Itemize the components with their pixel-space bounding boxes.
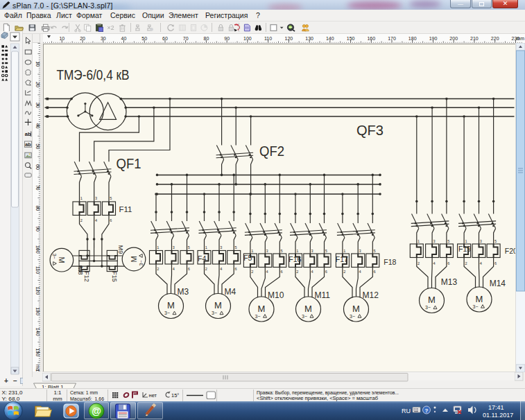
svg-text:1: 1: [465, 239, 467, 243]
svg-text:M11: M11: [315, 290, 331, 300]
svg-text:3~: 3~: [164, 310, 170, 315]
svg-text:RU: RU: [402, 408, 411, 414]
svg-text:17:41: 17:41: [488, 404, 504, 411]
svg-text:2: 2: [157, 267, 159, 271]
svg-text:2: 2: [418, 261, 420, 265]
svg-text:5: 5: [235, 245, 237, 250]
svg-text:10: 10: [59, 36, 64, 41]
svg-text:1: 1: [251, 249, 253, 253]
svg-text:mm: mm: [516, 36, 524, 41]
svg-text:M13: M13: [441, 277, 458, 287]
svg-text:3~: 3~: [350, 314, 355, 319]
svg-text:M9: M9: [117, 245, 124, 254]
svg-text:2: 2: [343, 270, 345, 274]
svg-text:M: M: [428, 295, 436, 305]
svg-text:3~: 3~: [302, 314, 307, 319]
svg-text:5: 5: [494, 239, 497, 243]
svg-text:4: 4: [220, 267, 222, 271]
svg-text:110: 110: [264, 36, 272, 41]
svg-text:F5: F5: [243, 254, 252, 262]
svg-text:90: 90: [224, 36, 230, 41]
svg-text:3: 3: [480, 239, 482, 243]
svg-text:3: 3: [266, 249, 268, 253]
svg-text:3: 3: [311, 249, 313, 253]
svg-text:F17: F17: [336, 255, 348, 263]
svg-text:F12: F12: [83, 271, 90, 282]
svg-text:5: 5: [281, 249, 283, 253]
svg-text:M12: M12: [363, 290, 379, 300]
svg-text:mm: mm: [35, 365, 40, 371]
svg-text:3: 3: [359, 249, 361, 253]
svg-text:70: 70: [183, 36, 189, 41]
svg-text:M14: M14: [490, 279, 506, 288]
svg-text:4: 4: [95, 218, 97, 222]
svg-text:6: 6: [374, 270, 376, 274]
svg-text:<Shift> отключение привязки, <: <Shift> отключение привязки, <Space> = м…: [257, 395, 378, 401]
svg-text:M: M: [214, 300, 222, 310]
svg-text:4: 4: [359, 270, 361, 274]
svg-text:2: 2: [296, 270, 298, 274]
svg-text:120: 120: [285, 36, 293, 41]
svg-text:1: 1: [343, 249, 345, 253]
svg-text:4: 4: [433, 261, 435, 265]
svg-text:170: 170: [388, 36, 396, 41]
svg-text:3~: 3~: [255, 314, 261, 319]
svg-text:30: 30: [101, 36, 106, 41]
svg-text:140: 140: [326, 36, 334, 41]
svg-text:5: 5: [447, 239, 449, 243]
svg-text:60: 60: [162, 36, 168, 41]
svg-text:M10: M10: [268, 290, 284, 300]
svg-text:100: 100: [35, 245, 40, 254]
svg-text:130: 130: [305, 36, 313, 41]
svg-text:1: 1: [157, 245, 159, 250]
svg-text:QF1: QF1: [117, 156, 141, 171]
svg-text:5: 5: [374, 249, 376, 253]
svg-text:140: 140: [35, 328, 40, 336]
svg-text:6: 6: [188, 267, 190, 271]
svg-text:4: 4: [480, 261, 482, 265]
svg-text:F20: F20: [505, 247, 515, 255]
svg-text:130: 130: [35, 307, 40, 315]
svg-text:1: 1: [80, 196, 83, 200]
svg-text:5: 5: [110, 196, 112, 200]
svg-text:F19: F19: [458, 245, 471, 253]
svg-text:3: 3: [173, 245, 175, 250]
svg-text:01.11.2017: 01.11.2017: [483, 412, 513, 419]
svg-text:2: 2: [251, 270, 253, 274]
svg-text:6: 6: [447, 261, 449, 265]
svg-text:F16: F16: [289, 255, 301, 263]
svg-text:150: 150: [35, 349, 40, 357]
svg-text:2: 2: [205, 267, 207, 271]
svg-text:2: 2: [465, 261, 467, 265]
svg-text:150: 150: [347, 36, 355, 41]
svg-text:F4: F4: [198, 254, 206, 263]
svg-text:4: 4: [173, 267, 175, 271]
svg-text:3~: 3~: [52, 254, 57, 259]
svg-text:4: 4: [266, 270, 268, 274]
svg-text:QF2: QF2: [259, 143, 284, 159]
svg-text:200: 200: [449, 36, 458, 41]
svg-text:6: 6: [325, 270, 327, 274]
svg-text:100: 100: [243, 36, 252, 41]
svg-text:M: M: [476, 294, 483, 304]
svg-text:F18: F18: [384, 258, 396, 266]
svg-text:×2: ×2: [107, 24, 114, 31]
svg-text:?: ?: [425, 408, 429, 414]
svg-text:нет: нет: [149, 392, 157, 399]
svg-text:190: 190: [429, 36, 438, 41]
svg-text:M: M: [58, 257, 66, 263]
svg-text:M: M: [352, 304, 360, 314]
svg-text:3~: 3~: [212, 310, 217, 315]
svg-text:F15: F15: [111, 271, 118, 282]
svg-text:3: 3: [220, 245, 222, 250]
svg-text:110: 110: [35, 266, 40, 274]
svg-text:50: 50: [141, 36, 147, 41]
svg-text:5: 5: [325, 249, 327, 253]
svg-text:1: 1: [296, 249, 298, 253]
svg-text:M: M: [304, 304, 312, 314]
svg-text:@: @: [92, 405, 101, 417]
svg-text:1: 1: [418, 239, 420, 243]
svg-text:M: M: [258, 304, 266, 314]
svg-text:F11: F11: [119, 205, 132, 213]
svg-text:180: 180: [408, 36, 417, 41]
